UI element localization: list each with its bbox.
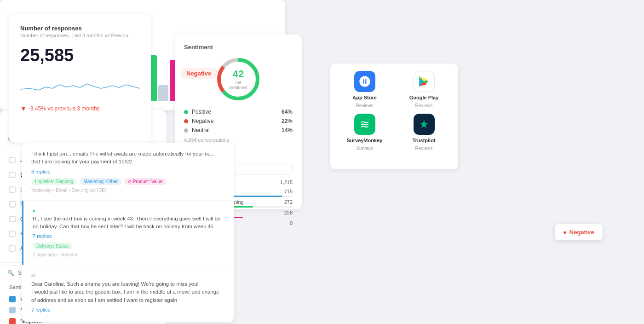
- negative-row: Negative 22%: [184, 118, 293, 124]
- teammate-checkbox-helena[interactable]: [9, 231, 16, 237]
- trustpilot-icon: ★: [414, 114, 435, 135]
- conv-replies-3[interactable]: 7 replies: [31, 307, 224, 312]
- sparkline-chart: [20, 71, 140, 98]
- neutral-dot: [184, 128, 188, 133]
- sentiment-positive-checkbox[interactable]: [9, 296, 16, 302]
- conversations-count: 4,834 conversations: [184, 137, 293, 143]
- responses-subtitle: Number of responses, Last 3 months vs Pr…: [20, 33, 140, 38]
- conv-text-3: Dear Caroline, Such a shame you are leav…: [31, 280, 224, 304]
- teammate-checkbox-jose[interactable]: [9, 157, 16, 163]
- donut-chart: 42 netsentiment: [215, 56, 261, 102]
- teammate-checkbox-adelaide[interactable]: [9, 245, 16, 252]
- appstore-icon: [354, 71, 375, 92]
- conv-tags-1: Logistics: Shipping Marketing: Other ⊘ P…: [31, 178, 224, 185]
- neutral-row: Neutral 14%: [184, 127, 293, 133]
- sentiment-neutral-checkbox[interactable]: [9, 307, 16, 313]
- responses-title: Number of responses: [20, 25, 140, 32]
- teammate-checkbox-olive[interactable]: [9, 216, 16, 222]
- appstore-item[interactable]: App Store Reviews: [338, 71, 391, 108]
- positive-dot: [184, 110, 188, 114]
- conv-replies-2[interactable]: 7 replies: [33, 233, 224, 239]
- surveymonkey-item[interactable]: ≋ SurveyMonkey Surveys: [338, 114, 391, 151]
- surveymonkey-icon: ≋: [354, 114, 375, 135]
- conv-text-2: Hi, I see the next box is coming in week…: [33, 215, 224, 231]
- positive-row: Positive 64%: [184, 109, 293, 115]
- conv-envelope-icon: ✉: [31, 272, 224, 278]
- tag-logistics-shipping: Logistics: Shipping: [31, 178, 77, 185]
- conv-text-1: I think I just am... emails The withdraw…: [31, 150, 224, 166]
- responses-delta: ▼ -3.45% vs previous 3 months: [20, 105, 140, 112]
- filter-search-icon: 🔍: [7, 270, 14, 276]
- conv-item-3: ✉ Dear Caroline, Such a shame you are le…: [22, 265, 234, 320]
- integrations-card: App Store Reviews Google Play Reviews ≋ …: [330, 64, 458, 169]
- conv-replies-1[interactable]: 8 replies: [31, 169, 224, 174]
- negative-badge-dot: ●: [563, 229, 567, 236]
- trustpilot-item[interactable]: ★ Trustpilot Reviews: [397, 114, 451, 151]
- delta-arrow-icon: ▼: [20, 105, 27, 112]
- tag-marketing-other: Marketing: Other: [80, 178, 121, 185]
- tag-product-value: ⊘ Product: Value: [124, 178, 167, 185]
- conv-tags-2: Delivery: Status: [33, 243, 224, 249]
- teammate-checkbox-eliza[interactable]: [9, 201, 16, 208]
- donut-wrap: 42 netsentiment: [184, 56, 293, 102]
- sentiment-negative-checkbox[interactable]: [9, 318, 16, 324]
- bar-gray-4: [158, 85, 168, 101]
- conv-meta-2: 2 days ago • Intercam: [33, 252, 224, 257]
- negative-dot: [184, 119, 188, 123]
- tag-delivery-status: Delivery: Status: [33, 243, 72, 249]
- conv-item-2: ● Hi, I see the next box is coming in we…: [22, 201, 234, 266]
- conv-item-1: I think I just am... emails The withdraw…: [22, 143, 234, 201]
- googleplay-icon: [414, 71, 435, 92]
- conversations-card: I think I just am... emails The withdraw…: [22, 143, 234, 322]
- integrations-grid: App Store Reviews Google Play Reviews ≋ …: [338, 71, 451, 151]
- teammate-checkbox-lucile[interactable]: [9, 186, 16, 193]
- conv-meta-1: Yesterday • Email • See original (DE): [31, 188, 224, 193]
- negative-top-badge: Negative: [181, 68, 217, 79]
- responses-value: 25,585: [20, 46, 140, 65]
- sentiment-title: Sentiment: [184, 44, 293, 51]
- teammate-checkbox-erik[interactable]: [9, 172, 16, 178]
- donut-label: 42 netsentiment: [229, 68, 247, 90]
- googleplay-item[interactable]: Google Play Reviews: [397, 71, 451, 108]
- negative-floating-badge: ● Negative: [555, 224, 603, 240]
- conv-avatar-2: ●: [33, 208, 224, 213]
- responses-card: Number of responses Number of responses,…: [9, 14, 151, 143]
